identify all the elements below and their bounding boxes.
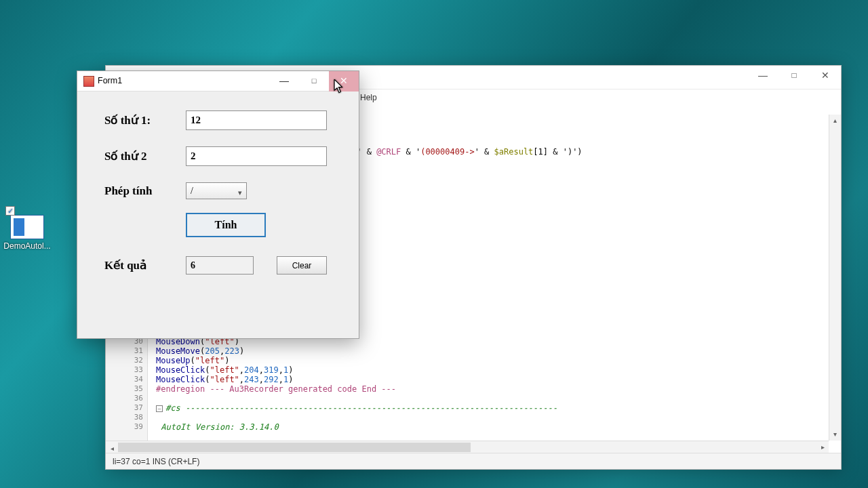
minimize-button[interactable]: — — [269, 71, 299, 92]
status-text: li=37 co=1 INS (CR+LF) — [113, 457, 199, 466]
maximize-button[interactable]: □ — [299, 71, 329, 92]
output-result[interactable]: 6 — [186, 256, 254, 274]
input-number2[interactable]: 2 — [186, 146, 327, 166]
close-button[interactable]: ✕ — [810, 66, 841, 86]
scroll-up-icon[interactable]: ▴ — [829, 115, 841, 127]
form1-body: Số thứ 1: 12 Số thứ 2 2 Phép tính / Tính… — [77, 92, 359, 274]
horizontal-scrollbar[interactable]: ◂ ▸ — [106, 441, 829, 453]
status-bar: li=37 co=1 INS (CR+LF) — [106, 453, 841, 469]
scroll-right-icon[interactable]: ▸ — [816, 441, 829, 453]
form1-window: Form1 — □ ✕ Số thứ 1: 12 Số thứ 2 2 Phép… — [77, 70, 359, 339]
vertical-scrollbar[interactable]: ▴ ▾ — [829, 115, 841, 441]
scroll-down-icon[interactable]: ▾ — [829, 428, 841, 441]
label-operation: Phép tính — [104, 184, 186, 198]
desktop-icon-label: DemoAutol... — [3, 241, 52, 251]
clear-button[interactable]: Clear — [277, 256, 327, 274]
scrollbar-thumb[interactable] — [118, 443, 471, 452]
calculate-button[interactable]: Tính — [186, 213, 266, 237]
select-operation[interactable]: / — [186, 182, 247, 199]
menu-help[interactable]: Help — [360, 93, 377, 102]
label-number2: Số thứ 2 — [104, 149, 186, 163]
form-icon — [84, 77, 94, 86]
maximize-button[interactable]: □ — [778, 66, 810, 86]
minimize-button[interactable]: — — [747, 66, 778, 86]
check-icon: ✓ — [5, 206, 15, 216]
app-icon: ✓ — [11, 216, 43, 239]
form1-title: Form1 — [98, 76, 122, 85]
form1-titlebar[interactable]: Form1 — □ ✕ — [77, 71, 359, 92]
label-number1: Số thứ 1: — [104, 113, 186, 127]
close-button[interactable]: ✕ — [329, 71, 359, 92]
desktop-icon-demoautoit[interactable]: ✓ DemoAutol... — [3, 216, 52, 251]
fold-icon[interactable]: − — [156, 405, 163, 412]
label-result: Kết quả — [104, 258, 186, 272]
input-number1[interactable]: 12 — [186, 110, 327, 130]
